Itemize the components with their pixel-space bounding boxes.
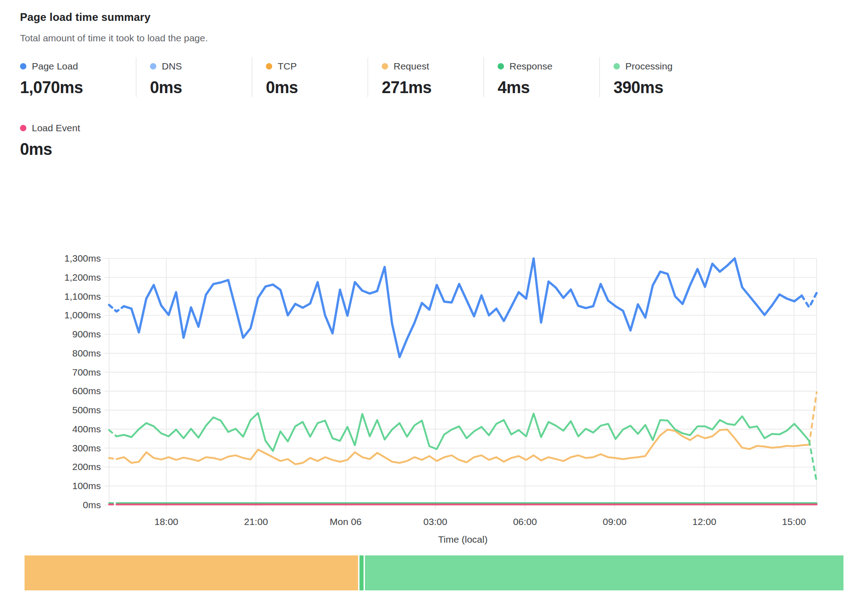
y-tick-label: 100ms bbox=[72, 480, 101, 491]
x-tick-label: 12:00 bbox=[693, 516, 717, 527]
bar-segment-request-portion bbox=[25, 555, 358, 590]
x-tick-label: 21:00 bbox=[244, 516, 268, 527]
page-load-line-dashed-end bbox=[802, 293, 817, 307]
y-tick-label: 1,200ms bbox=[64, 272, 101, 282]
y-tick-label: 900ms bbox=[72, 329, 101, 339]
x-tick-label: Mon 06 bbox=[330, 516, 362, 527]
request-line-dashed-start bbox=[109, 458, 116, 459]
x-tick-label: 18:00 bbox=[155, 516, 179, 527]
y-tick-label: 200ms bbox=[72, 461, 101, 472]
y-tick-label: 400ms bbox=[72, 424, 101, 434]
request-line-dashed-end bbox=[809, 392, 817, 445]
load-time-line-chart[interactable]: 0ms100ms200ms300ms400ms500ms600ms700ms80… bbox=[0, 0, 868, 614]
processing-line-dashed-start bbox=[109, 430, 116, 436]
page-load-line bbox=[124, 258, 802, 357]
x-tick-label: 15:00 bbox=[782, 516, 806, 527]
processing-line bbox=[116, 413, 809, 451]
y-tick-label: 1,000ms bbox=[64, 310, 101, 320]
request-line bbox=[116, 430, 809, 464]
bar-segment-sliver bbox=[359, 555, 364, 590]
y-tick-label: 600ms bbox=[72, 386, 101, 396]
x-tick-label: 09:00 bbox=[603, 516, 627, 527]
x-tick-label: 03:00 bbox=[424, 516, 448, 527]
x-tick-label: 06:00 bbox=[513, 516, 537, 527]
bar-segment-processing-portion bbox=[365, 555, 843, 590]
y-tick-label: 700ms bbox=[72, 367, 101, 377]
y-tick-label: 1,100ms bbox=[64, 291, 101, 302]
x-axis-title: Time (local) bbox=[438, 534, 488, 545]
page-load-line-dashed-start bbox=[109, 305, 124, 312]
y-tick-label: 1,300ms bbox=[64, 253, 101, 263]
y-tick-label: 800ms bbox=[72, 348, 101, 358]
y-tick-label: 0ms bbox=[83, 500, 101, 510]
request-processing-ratio-bar[interactable] bbox=[25, 555, 843, 590]
processing-line-dashed-end bbox=[809, 441, 817, 482]
y-tick-label: 500ms bbox=[72, 405, 101, 415]
y-tick-label: 300ms bbox=[72, 443, 101, 453]
